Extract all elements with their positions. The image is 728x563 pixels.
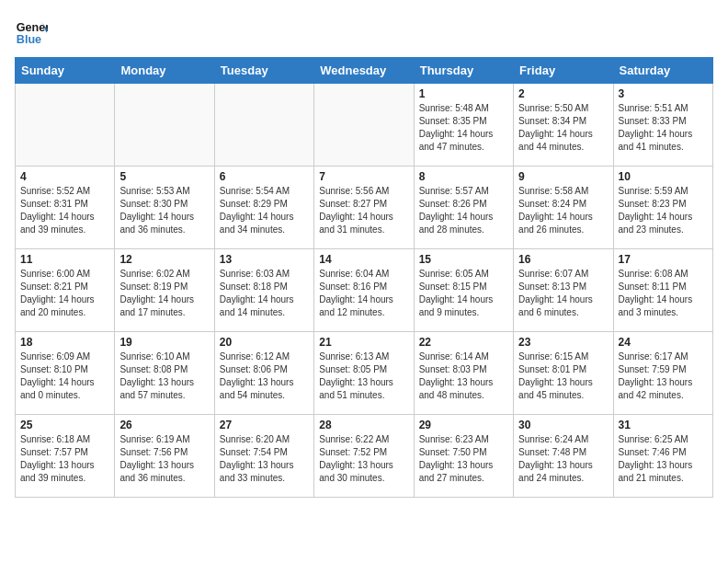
- day-number: 11: [20, 253, 109, 266]
- calendar-cell: 9Sunrise: 5:58 AM Sunset: 8:24 PM Daylig…: [514, 167, 613, 249]
- svg-text:Blue: Blue: [17, 33, 41, 46]
- calendar-cell: 26Sunrise: 6:19 AM Sunset: 7:56 PM Dayli…: [115, 415, 214, 498]
- day-info: Sunrise: 6:14 AM Sunset: 8:03 PM Dayligh…: [419, 350, 508, 402]
- calendar-cell: 19Sunrise: 6:10 AM Sunset: 8:08 PM Dayli…: [115, 332, 214, 415]
- day-number: 18: [20, 336, 109, 349]
- day-info: Sunrise: 5:59 AM Sunset: 8:23 PM Dayligh…: [619, 185, 708, 236]
- day-of-week-header: Wednesday: [314, 58, 414, 84]
- day-info: Sunrise: 6:18 AM Sunset: 7:57 PM Dayligh…: [20, 433, 109, 485]
- day-info: Sunrise: 6:03 AM Sunset: 8:18 PM Dayligh…: [220, 268, 309, 319]
- calendar-cell: 30Sunrise: 6:24 AM Sunset: 7:48 PM Dayli…: [514, 415, 613, 498]
- calendar-cell: 12Sunrise: 6:02 AM Sunset: 8:19 PM Dayli…: [115, 249, 214, 332]
- calendar-header-row: SundayMondayTuesdayWednesdayThursdayFrid…: [16, 58, 713, 84]
- day-of-week-header: Sunday: [16, 58, 115, 84]
- day-of-week-header: Thursday: [414, 58, 513, 84]
- day-number: 17: [619, 253, 708, 266]
- calendar-cell: 10Sunrise: 5:59 AM Sunset: 8:23 PM Dayli…: [613, 167, 712, 249]
- day-info: Sunrise: 6:08 AM Sunset: 8:11 PM Dayligh…: [619, 268, 708, 319]
- calendar-cell: 11Sunrise: 6:00 AM Sunset: 8:21 PM Dayli…: [16, 249, 115, 332]
- day-info: Sunrise: 6:15 AM Sunset: 8:01 PM Dayligh…: [518, 350, 608, 402]
- calendar-table: SundayMondayTuesdayWednesdayThursdayFrid…: [15, 57, 713, 498]
- day-number: 25: [20, 419, 109, 431]
- calendar-cell: 27Sunrise: 6:20 AM Sunset: 7:54 PM Dayli…: [214, 415, 313, 498]
- day-of-week-header: Saturday: [613, 58, 712, 84]
- calendar-cell: 28Sunrise: 6:22 AM Sunset: 7:52 PM Dayli…: [314, 415, 414, 498]
- day-number: 27: [220, 419, 309, 431]
- calendar-cell: 3Sunrise: 5:51 AM Sunset: 8:33 PM Daylig…: [613, 84, 712, 167]
- day-info: Sunrise: 6:20 AM Sunset: 7:54 PM Dayligh…: [220, 433, 309, 485]
- calendar-cell: [214, 84, 313, 167]
- day-info: Sunrise: 5:56 AM Sunset: 8:27 PM Dayligh…: [319, 185, 408, 236]
- calendar-week-row: 11Sunrise: 6:00 AM Sunset: 8:21 PM Dayli…: [16, 249, 713, 332]
- calendar-week-row: 18Sunrise: 6:09 AM Sunset: 8:10 PM Dayli…: [16, 332, 713, 415]
- calendar-cell: 18Sunrise: 6:09 AM Sunset: 8:10 PM Dayli…: [16, 332, 115, 415]
- day-number: 29: [419, 419, 508, 431]
- day-number: 1: [419, 87, 508, 100]
- day-info: Sunrise: 6:19 AM Sunset: 7:56 PM Dayligh…: [119, 433, 209, 485]
- day-number: 9: [518, 170, 608, 183]
- day-info: Sunrise: 5:54 AM Sunset: 8:29 PM Dayligh…: [220, 185, 309, 236]
- calendar-cell: 5Sunrise: 5:53 AM Sunset: 8:30 PM Daylig…: [115, 167, 214, 249]
- day-info: Sunrise: 6:13 AM Sunset: 8:05 PM Dayligh…: [319, 350, 408, 402]
- calendar-cell: 15Sunrise: 6:05 AM Sunset: 8:15 PM Dayli…: [414, 249, 513, 332]
- day-info: Sunrise: 6:22 AM Sunset: 7:52 PM Dayligh…: [319, 433, 408, 485]
- day-info: Sunrise: 5:50 AM Sunset: 8:34 PM Dayligh…: [518, 102, 608, 154]
- calendar-cell: 4Sunrise: 5:52 AM Sunset: 8:31 PM Daylig…: [16, 167, 115, 249]
- day-info: Sunrise: 5:48 AM Sunset: 8:35 PM Dayligh…: [419, 102, 508, 154]
- day-number: 30: [518, 419, 608, 431]
- day-info: Sunrise: 6:10 AM Sunset: 8:08 PM Dayligh…: [119, 350, 209, 402]
- calendar-cell: 25Sunrise: 6:18 AM Sunset: 7:57 PM Dayli…: [16, 415, 115, 498]
- calendar-cell: 17Sunrise: 6:08 AM Sunset: 8:11 PM Dayli…: [613, 249, 712, 332]
- day-number: 20: [220, 336, 309, 349]
- calendar-week-row: 25Sunrise: 6:18 AM Sunset: 7:57 PM Dayli…: [16, 415, 713, 498]
- day-info: Sunrise: 6:02 AM Sunset: 8:19 PM Dayligh…: [119, 268, 209, 319]
- logo-icon: General Blue: [15, 15, 48, 48]
- calendar-cell: [16, 84, 115, 167]
- day-number: 4: [20, 170, 109, 183]
- day-info: Sunrise: 6:05 AM Sunset: 8:15 PM Dayligh…: [419, 268, 508, 319]
- day-info: Sunrise: 5:52 AM Sunset: 8:31 PM Dayligh…: [20, 185, 109, 236]
- calendar-cell: 24Sunrise: 6:17 AM Sunset: 7:59 PM Dayli…: [613, 332, 712, 415]
- calendar-cell: [314, 84, 414, 167]
- calendar-cell: 31Sunrise: 6:25 AM Sunset: 7:46 PM Dayli…: [613, 415, 712, 498]
- calendar-cell: 16Sunrise: 6:07 AM Sunset: 8:13 PM Dayli…: [514, 249, 613, 332]
- day-of-week-header: Friday: [514, 58, 613, 84]
- day-number: 8: [419, 170, 508, 183]
- day-info: Sunrise: 6:12 AM Sunset: 8:06 PM Dayligh…: [220, 350, 309, 402]
- day-number: 21: [319, 336, 408, 349]
- calendar-cell: 2Sunrise: 5:50 AM Sunset: 8:34 PM Daylig…: [514, 84, 613, 167]
- calendar-week-row: 1Sunrise: 5:48 AM Sunset: 8:35 PM Daylig…: [16, 84, 713, 167]
- day-info: Sunrise: 5:58 AM Sunset: 8:24 PM Dayligh…: [518, 185, 608, 236]
- day-number: 12: [119, 253, 209, 266]
- day-info: Sunrise: 6:23 AM Sunset: 7:50 PM Dayligh…: [419, 433, 508, 485]
- day-info: Sunrise: 6:09 AM Sunset: 8:10 PM Dayligh…: [20, 350, 109, 402]
- day-info: Sunrise: 6:00 AM Sunset: 8:21 PM Dayligh…: [20, 268, 109, 319]
- day-number: 10: [619, 170, 708, 183]
- calendar-cell: 20Sunrise: 6:12 AM Sunset: 8:06 PM Dayli…: [214, 332, 313, 415]
- calendar-cell: 21Sunrise: 6:13 AM Sunset: 8:05 PM Dayli…: [314, 332, 414, 415]
- calendar-cell: 29Sunrise: 6:23 AM Sunset: 7:50 PM Dayli…: [414, 415, 513, 498]
- calendar-week-row: 4Sunrise: 5:52 AM Sunset: 8:31 PM Daylig…: [16, 167, 713, 249]
- day-info: Sunrise: 6:17 AM Sunset: 7:59 PM Dayligh…: [619, 350, 708, 402]
- calendar-cell: 23Sunrise: 6:15 AM Sunset: 8:01 PM Dayli…: [514, 332, 613, 415]
- calendar-cell: 1Sunrise: 5:48 AM Sunset: 8:35 PM Daylig…: [414, 84, 513, 167]
- day-number: 28: [319, 419, 408, 431]
- day-number: 22: [419, 336, 508, 349]
- day-info: Sunrise: 6:07 AM Sunset: 8:13 PM Dayligh…: [518, 268, 608, 319]
- day-number: 19: [119, 336, 209, 349]
- day-info: Sunrise: 5:51 AM Sunset: 8:33 PM Dayligh…: [619, 102, 708, 154]
- day-of-week-header: Tuesday: [214, 58, 313, 84]
- calendar-cell: 7Sunrise: 5:56 AM Sunset: 8:27 PM Daylig…: [314, 167, 414, 249]
- logo: General Blue: [15, 15, 48, 48]
- day-info: Sunrise: 6:24 AM Sunset: 7:48 PM Dayligh…: [518, 433, 608, 485]
- day-number: 14: [319, 253, 408, 266]
- header: General Blue: [15, 15, 713, 48]
- day-info: Sunrise: 5:53 AM Sunset: 8:30 PM Dayligh…: [119, 185, 209, 236]
- day-number: 6: [220, 170, 309, 183]
- day-number: 26: [119, 419, 209, 431]
- day-number: 15: [419, 253, 508, 266]
- calendar-cell: 8Sunrise: 5:57 AM Sunset: 8:26 PM Daylig…: [414, 167, 513, 249]
- day-number: 7: [319, 170, 408, 183]
- day-info: Sunrise: 6:25 AM Sunset: 7:46 PM Dayligh…: [619, 433, 708, 485]
- day-info: Sunrise: 6:04 AM Sunset: 8:16 PM Dayligh…: [319, 268, 408, 319]
